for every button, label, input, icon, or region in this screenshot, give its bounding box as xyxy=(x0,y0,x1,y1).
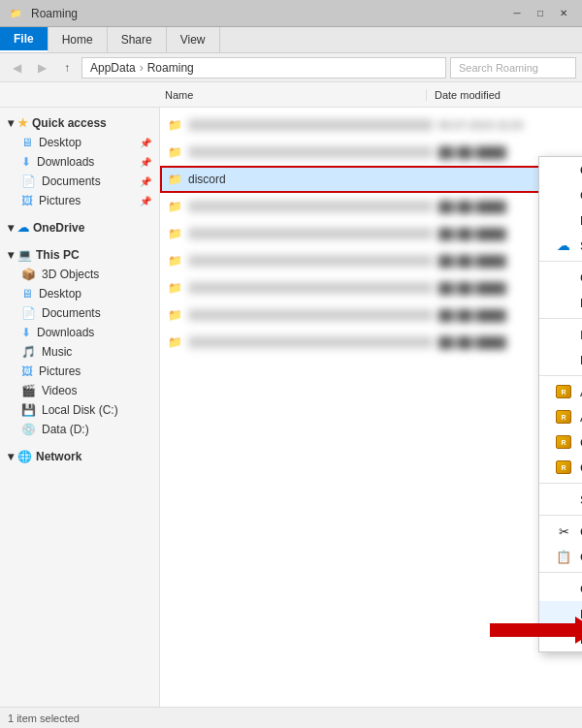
sidebar-item-videos[interactable]: 🎬 Videos xyxy=(0,381,159,400)
table-row[interactable]: 📁 ██-██-████ xyxy=(160,220,582,247)
folder-icon: 📁 xyxy=(168,281,182,295)
sidebar-item-documents[interactable]: 📄 Documents xyxy=(0,303,159,323)
ctx-separator-6 xyxy=(539,572,582,573)
minimize-button[interactable]: ─ xyxy=(506,3,528,24)
file-name xyxy=(188,201,433,212)
tab-home[interactable]: Home xyxy=(48,27,108,52)
downloads-icon: ⬇ xyxy=(21,326,31,339)
tab-share[interactable]: Share xyxy=(108,27,167,52)
forward-button[interactable]: ▶ xyxy=(31,57,52,79)
ctx-open[interactable]: Open xyxy=(539,157,582,182)
sidebar-section-thispc[interactable]: ▾ 💻 This PC xyxy=(0,245,159,265)
table-row[interactable]: 📁 ██-██-████ xyxy=(160,329,582,356)
ctx-compress-rar[interactable]: R Compress to "discord.rar" and xyxy=(539,455,582,480)
ctx-add-rar[interactable]: R Add to "discord.rar" xyxy=(539,404,582,429)
table-row[interactable]: 📁 ██-██-████ xyxy=(160,301,582,329)
search-box[interactable]: Search Roaming xyxy=(450,57,576,79)
table-row[interactable]: 📁 ██-██-████ xyxy=(160,139,582,166)
ctx-open-new-icon xyxy=(555,187,572,203)
ctx-separator-5 xyxy=(539,515,582,516)
sidebar-item-music[interactable]: 🎵 Music xyxy=(0,342,159,362)
folder-icon: 📁 xyxy=(168,308,182,322)
status-bar: 1 item selected xyxy=(0,707,582,728)
ctx-skydrive[interactable]: ☁ SkyDrive Pro xyxy=(539,233,582,258)
folder-icon: 📁 xyxy=(168,335,182,349)
sidebar-item-localdisk[interactable]: 💾 Local Disk (C:) xyxy=(0,400,159,420)
thispc-label: This PC xyxy=(36,248,80,262)
ribbon-tabs: File Home Share View xyxy=(0,27,582,52)
table-row[interactable]: 📁 09-07-2019 16:29 xyxy=(160,111,582,139)
ctx-cut[interactable]: ✂ Cut xyxy=(539,519,582,544)
videos-icon: 🎬 xyxy=(21,384,36,397)
sidebar-item-documents-quick[interactable]: 📄 Documents 📌 xyxy=(0,172,159,191)
sidebar-section-network[interactable]: ▾ 🌐 Network xyxy=(0,447,159,466)
ctx-restore-versions[interactable]: Restore previous versions xyxy=(539,290,582,315)
sidebar-item-desktop-quick[interactable]: 🖥 Desktop 📌 xyxy=(0,133,159,152)
title-bar: 📁 Roaming ─ □ ✕ xyxy=(0,0,582,27)
table-row[interactable]: 📁 ██-██-████ xyxy=(160,247,582,274)
documents-icon: 📄 xyxy=(21,174,36,188)
sidebar-item-label: Desktop xyxy=(39,287,81,301)
arrow-indicator xyxy=(490,623,577,637)
sidebar-item-label: Videos xyxy=(42,384,77,397)
sidebar-item-desktop[interactable]: 🖥 Desktop xyxy=(0,284,159,303)
ctx-include-library[interactable]: Include in library xyxy=(539,322,582,347)
sidebar-item-pictures[interactable]: 🖼 Pictures xyxy=(0,362,159,381)
ctx-separator-2 xyxy=(539,318,582,319)
ctx-send-to[interactable]: Send to xyxy=(539,487,582,512)
breadcrumb-part-2[interactable]: Roaming xyxy=(147,61,194,75)
sidebar-item-label: Desktop xyxy=(39,136,81,149)
folder-icon: 📁 xyxy=(168,145,182,159)
downloads-icon: ⬇ xyxy=(21,155,31,169)
up-button[interactable]: ↑ xyxy=(56,57,78,79)
ctx-add-archive[interactable]: R Add to archive... xyxy=(539,379,582,404)
ctx-give-access[interactable]: Give access to xyxy=(539,265,582,290)
ctx-restore-icon xyxy=(555,295,572,310)
ctx-separator-3 xyxy=(539,375,582,376)
table-row[interactable]: 📁 ██-██-████ xyxy=(160,193,582,220)
ribbon: File Home Share View xyxy=(0,27,582,53)
sidebar-section-onedrive[interactable]: ▾ ☁ OneDrive xyxy=(0,218,159,237)
sidebar-item-label: Local Disk (C:) xyxy=(42,403,118,417)
breadcrumb-sep: › xyxy=(140,61,144,75)
desktop-icon: 🖥 xyxy=(21,136,33,149)
sidebar-item-downloads-quick[interactable]: ⬇ Downloads 📌 xyxy=(0,152,159,172)
ctx-pin-quickaccess[interactable]: Pin to Quick access xyxy=(539,207,582,233)
pin-icon: 📌 xyxy=(140,196,151,206)
arrow-body xyxy=(490,623,577,637)
ctx-compress-email[interactable]: R Compress and email... xyxy=(539,429,582,455)
file-name: discord xyxy=(188,173,433,186)
tab-file[interactable]: File xyxy=(0,27,48,52)
title-bar-icons: 📁 xyxy=(8,6,23,21)
data-icon: 💿 xyxy=(21,423,36,436)
ctx-open-icon xyxy=(555,162,572,177)
column-date[interactable]: Date modified xyxy=(427,89,582,101)
pin-icon: 📌 xyxy=(140,138,151,148)
ctx-create-shortcut[interactable]: Create shortcut xyxy=(539,576,582,601)
title-controls[interactable]: ─ □ ✕ xyxy=(506,3,574,24)
ctx-pin-start[interactable]: Pin to Start xyxy=(539,347,582,372)
sidebar-item-data[interactable]: 💿 Data (D:) xyxy=(0,420,159,439)
back-button[interactable]: ◀ xyxy=(6,57,27,79)
address-path[interactable]: AppData › Roaming xyxy=(81,57,446,79)
ctx-open-new-window[interactable]: Open in new window xyxy=(539,182,582,207)
maximize-button[interactable]: □ xyxy=(530,3,551,24)
onedrive-label: OneDrive xyxy=(33,221,84,235)
sidebar-item-3dobjects[interactable]: 📦 3D Objects xyxy=(0,265,159,284)
sidebar-section-quickaccess[interactable]: ▾ ★ Quick access xyxy=(0,113,159,133)
sidebar-item-downloads[interactable]: ⬇ Downloads xyxy=(0,323,159,342)
pin-icon: 📌 xyxy=(140,157,151,168)
sidebar-item-pictures-quick[interactable]: 🖼 Pictures 📌 xyxy=(0,191,159,210)
thispc-icon: 💻 xyxy=(17,248,32,262)
column-name[interactable]: Name xyxy=(0,89,427,101)
ctx-copy[interactable]: 📋 Copy xyxy=(539,544,582,569)
breadcrumb-part-1[interactable]: AppData xyxy=(90,61,136,75)
ctx-shortcut-icon xyxy=(555,581,572,596)
close-button[interactable]: ✕ xyxy=(553,3,574,24)
main-layout: ▾ ★ Quick access 🖥 Desktop 📌 ⬇ Downloads… xyxy=(0,108,582,728)
pin-icon: 📌 xyxy=(140,176,151,187)
table-row[interactable]: 📁 discord xyxy=(160,166,582,193)
pictures-icon: 🖼 xyxy=(21,194,33,207)
tab-view[interactable]: View xyxy=(167,27,220,52)
table-row[interactable]: 📁 ██-██-████ xyxy=(160,274,582,301)
